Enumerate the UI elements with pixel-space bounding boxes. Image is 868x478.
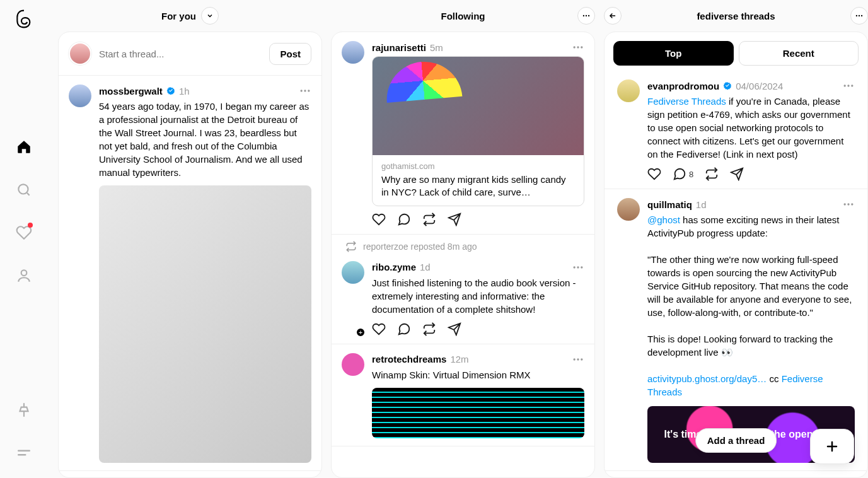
column-for-you: For you Post mossbergwalt 1h — [58, 0, 322, 478]
column-options-button[interactable] — [577, 7, 595, 25]
repost-button[interactable] — [422, 322, 436, 336]
tab-recent[interactable]: Recent — [739, 41, 859, 66]
svg-point-12 — [577, 266, 579, 268]
timestamp: 12m — [450, 354, 468, 364]
svg-point-7 — [588, 15, 589, 16]
timestamp: 1h — [179, 86, 190, 96]
sidebar — [0, 0, 48, 478]
svg-point-3 — [304, 90, 306, 91]
post: retrotechdreams 12m Winamp Skin: Virtual… — [332, 344, 594, 446]
repost-button[interactable] — [705, 167, 719, 181]
avatar[interactable] — [617, 198, 640, 221]
like-button[interactable] — [372, 322, 386, 336]
username[interactable]: quillmatiq — [647, 199, 692, 210]
svg-point-10 — [581, 46, 582, 48]
more-icon[interactable] — [299, 85, 311, 97]
more-icon[interactable] — [842, 79, 855, 92]
svg-point-22 — [851, 85, 853, 86]
columns: For you Post mossbergwalt 1h — [58, 0, 868, 478]
reply-count: 8 — [689, 170, 693, 179]
post-button[interactable]: Post — [269, 43, 311, 65]
column-fediverse: fediverse threads Top Recent evanprodrom… — [604, 0, 868, 478]
repost-icon — [345, 241, 357, 252]
repost-text: reporterzoe reposted 8m ago — [363, 242, 477, 252]
nav-menu[interactable] — [11, 440, 37, 465]
col-header-following: Following — [331, 0, 595, 32]
nav-pin[interactable] — [11, 397, 37, 423]
tab-top[interactable]: Top — [613, 41, 734, 66]
svg-point-15 — [577, 358, 579, 360]
column-following: Following rajunarisetti 5m — [331, 0, 595, 478]
svg-point-14 — [574, 358, 576, 360]
mention-link[interactable]: @ghost — [647, 214, 680, 225]
post-image[interactable] — [99, 185, 311, 463]
timestamp: 5m — [430, 42, 443, 53]
like-button[interactable] — [372, 213, 386, 226]
share-button[interactable] — [448, 322, 461, 336]
more-icon[interactable] — [842, 198, 855, 211]
share-button[interactable] — [448, 213, 461, 226]
composer-input[interactable] — [99, 49, 262, 59]
svg-point-17 — [856, 15, 857, 16]
composer: Post — [59, 32, 321, 76]
username[interactable]: mossbergwalt — [99, 86, 163, 96]
link-card[interactable]: gothamist.com Why are so many migrant ki… — [372, 56, 584, 206]
username[interactable]: ribo.zyme — [372, 262, 416, 272]
repost-button[interactable] — [422, 213, 436, 226]
col-header-for-you: For you — [58, 0, 322, 32]
share-button[interactable] — [730, 167, 744, 181]
back-button[interactable] — [604, 7, 622, 25]
svg-point-5 — [583, 15, 584, 16]
follow-plus-icon[interactable]: + — [356, 327, 366, 337]
avatar[interactable] — [342, 261, 364, 284]
svg-point-24 — [847, 203, 849, 205]
feed-options-button[interactable] — [201, 7, 219, 25]
notification-dot — [28, 223, 33, 228]
link-domain: gothamist.com — [381, 161, 575, 171]
svg-point-23 — [844, 203, 846, 205]
compose-fab[interactable] — [810, 429, 854, 464]
feed-following: rajunarisetti 5m gothamist.com Why are s… — [331, 32, 595, 478]
avatar[interactable] — [342, 353, 364, 376]
nav-home[interactable] — [11, 134, 37, 160]
reply-button[interactable]: 8 — [673, 167, 693, 181]
hashtag-link[interactable]: Fediverse Threads — [647, 96, 726, 107]
nav-profile[interactable] — [11, 263, 37, 288]
reply-button[interactable] — [397, 322, 411, 336]
more-icon[interactable] — [572, 261, 584, 274]
timestamp: 04/06/2024 — [736, 81, 783, 91]
svg-point-16 — [581, 358, 582, 360]
add-thread-button[interactable]: Add a thread — [695, 428, 777, 453]
more-icon[interactable] — [572, 41, 584, 54]
verified-icon — [166, 86, 175, 95]
username[interactable]: evanprodromou — [647, 81, 719, 91]
svg-point-11 — [574, 266, 576, 268]
col-title: fediverse threads — [697, 11, 775, 21]
composer-avatar[interactable] — [69, 42, 91, 65]
post-text: 54 years ago today, in 1970, I began my … — [99, 100, 311, 179]
avatar[interactable] — [69, 85, 91, 107]
username[interactable]: rajunarisetti — [372, 42, 426, 53]
svg-point-6 — [586, 15, 587, 16]
col-title: For you — [161, 11, 196, 21]
avatar[interactable] — [342, 41, 364, 64]
post-text: Fediverse Threads if you're in Canada, p… — [647, 95, 855, 161]
reply-button[interactable] — [397, 213, 411, 226]
username[interactable]: retrotechdreams — [372, 354, 446, 364]
external-link[interactable]: activitypub.ghost.org/day5… — [647, 373, 767, 384]
post-image[interactable] — [372, 388, 584, 438]
post-actions — [372, 322, 584, 336]
post-text: @ghost has some exciting news in their l… — [647, 213, 855, 399]
svg-point-13 — [581, 266, 582, 268]
like-button[interactable] — [647, 167, 661, 181]
svg-point-4 — [308, 90, 310, 91]
svg-point-0 — [18, 184, 28, 194]
nav-activity[interactable] — [11, 220, 37, 245]
nav-search[interactable] — [11, 177, 37, 202]
svg-point-25 — [851, 203, 853, 205]
svg-point-19 — [861, 15, 862, 16]
column-options-button[interactable] — [850, 7, 868, 25]
more-icon[interactable] — [572, 353, 584, 366]
post: mossbergwalt 1h 54 years ago today, in 1… — [59, 76, 321, 471]
avatar[interactable] — [617, 79, 640, 102]
